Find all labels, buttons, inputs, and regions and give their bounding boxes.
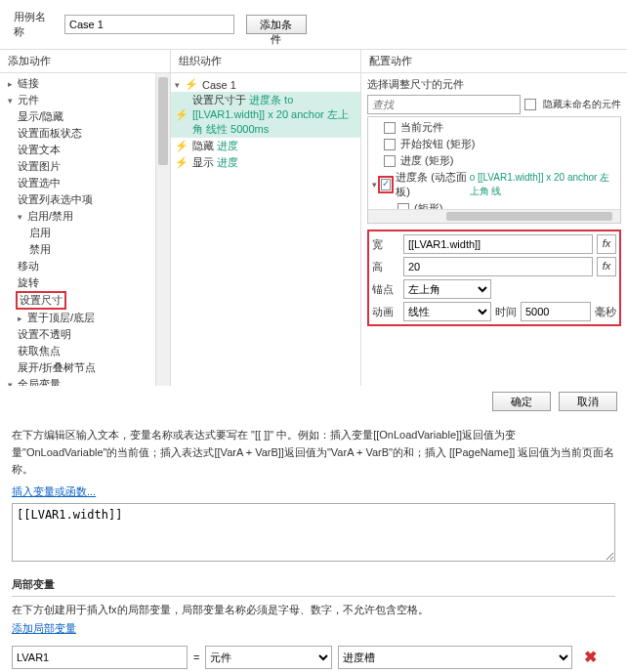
tree-enable-disable[interactable]: 启用/禁用 <box>27 209 73 224</box>
elem-checkbox[interactable] <box>384 122 396 134</box>
elem-progress[interactable]: 进度 (矩形) <box>400 153 453 168</box>
insert-var-fn-link[interactable]: 插入变量或函数... <box>12 485 96 497</box>
tree-move[interactable]: 移动 <box>18 259 39 273</box>
tree-disable[interactable]: 禁用 <box>29 242 51 257</box>
tree-scrollbar[interactable] <box>155 73 170 386</box>
expr-desc: 在下方编辑区输入文本，变量名称或表达式要写在 "[[ ]]" 中。例如：插入变量… <box>12 427 615 479</box>
tree-enable[interactable]: 启用 <box>29 226 51 240</box>
elem-checkbox[interactable] <box>384 155 396 167</box>
action-hide[interactable]: ⚡ 隐藏 进度 <box>175 138 356 154</box>
add-local-var-link[interactable]: 添加局部变量 <box>12 622 76 634</box>
widget-list[interactable]: 当前元件 开始按钮 (矩形) 进度 (矩形) 进度条 (动态面板) o [[LV… <box>367 116 621 224</box>
action-org-panel: ⚡Case 1 ⚡ 设置尺寸于 进度条 to [[LVAR1.width]] x… <box>171 73 360 386</box>
expression-input[interactable]: [[LVAR1.width]] <box>12 503 615 562</box>
cancel-button[interactable]: 取消 <box>559 392 617 411</box>
local-vars-header: 局部变量 <box>12 573 615 597</box>
tree-set-size[interactable]: 设置尺寸 <box>16 291 66 310</box>
elem-start[interactable]: 开始按钮 (矩形) <box>400 137 475 151</box>
anchor-select[interactable]: 左上角 <box>403 279 491 299</box>
tree-front-back[interactable]: 置于顶层/底层 <box>27 311 95 325</box>
tree-set-list-sel[interactable]: 设置列表选中项 <box>18 192 93 207</box>
var-name-input[interactable] <box>12 646 188 669</box>
tree-expand[interactable]: 展开/折叠树节点 <box>18 360 96 375</box>
case-label[interactable]: Case 1 <box>202 79 236 91</box>
time-input[interactable] <box>521 302 591 321</box>
fx-button[interactable]: fx <box>597 234 616 254</box>
action-show[interactable]: ⚡ 显示 进度 <box>175 154 356 171</box>
bolt-icon: ⚡ <box>175 156 188 169</box>
fx-button[interactable]: fx <box>597 257 616 276</box>
elem-current[interactable]: 当前元件 <box>400 120 443 135</box>
add-condition-button[interactable]: 添加条件 <box>246 15 307 34</box>
hscrollbar-thumb[interactable] <box>446 212 612 221</box>
elem-checkbox-checked[interactable] <box>381 179 391 190</box>
action-set-size[interactable]: ⚡ 设置尺寸于 进度条 to [[LVAR1.width]] x 20 anch… <box>171 92 360 138</box>
search-input[interactable] <box>367 95 521 114</box>
tree-set-selected[interactable]: 设置选中 <box>18 176 61 190</box>
height-input[interactable] <box>403 257 593 276</box>
var-source-widget-select[interactable]: 进度槽 <box>338 646 572 669</box>
hide-unnamed-label: 隐藏未命名的元件 <box>543 98 621 111</box>
bolt-icon: ⚡ <box>175 140 188 152</box>
tree-panel-state[interactable]: 设置面板状态 <box>18 126 82 141</box>
case-name-label: 用例名称 <box>8 6 59 43</box>
height-label: 高 <box>372 260 399 274</box>
tree-global-vars[interactable]: 全局变量 <box>18 377 61 386</box>
org-actions-header: 组织动作 <box>171 50 360 73</box>
tree-scrollbar-thumb[interactable] <box>158 77 168 165</box>
anim-label: 动画 <box>372 305 399 319</box>
size-config-panel: 宽 fx 高 fx 锚点 左上角 动画 线性 时间 <box>367 230 621 326</box>
tree-rotate[interactable]: 旋转 <box>18 275 39 290</box>
tree-set-image[interactable]: 设置图片 <box>18 159 61 174</box>
time-label: 时间 <box>495 305 517 319</box>
equals-label: = <box>193 651 199 663</box>
delete-var-button[interactable]: ✖ <box>578 648 603 666</box>
local-var-row: = 元件 进度槽 ✖ <box>12 646 615 669</box>
hscrollbar[interactable] <box>368 209 620 223</box>
actions-tree[interactable]: 链接 元件 显示/隐藏 设置面板状态 设置文本 设置图片 设置选中 设置列表选中… <box>0 73 170 386</box>
ok-button[interactable]: 确定 <box>492 392 551 411</box>
tree-widgets[interactable]: 元件 <box>18 93 39 107</box>
bolt-icon: ⚡ <box>175 108 188 121</box>
tree-links[interactable]: 链接 <box>18 76 39 91</box>
time-unit: 毫秒 <box>595 305 616 319</box>
tree-show-hide[interactable]: 显示/隐藏 <box>18 109 63 124</box>
tree-opacity[interactable]: 设置不透明 <box>18 327 71 342</box>
local-vars-desc: 在下方创建用于插入fx的局部变量，局部变量名称必须是字母、数字，不允许包含空格。 <box>12 603 615 617</box>
elem-progress-panel[interactable]: 进度条 (动态面板) o [[LVAR1.width]] x 20 anchor… <box>370 169 618 200</box>
width-input[interactable] <box>403 234 593 254</box>
anchor-label: 锚点 <box>372 282 399 297</box>
choose-widget-label: 选择调整尺寸的元件 <box>367 77 621 92</box>
anim-select[interactable]: 线性 <box>403 302 491 321</box>
expand-icon[interactable] <box>372 180 379 189</box>
width-label: 宽 <box>372 237 399 252</box>
elem-checkbox[interactable] <box>384 139 396 150</box>
tree-set-text[interactable]: 设置文本 <box>18 143 61 157</box>
hide-unnamed-checkbox[interactable] <box>524 99 536 110</box>
tree-focus[interactable]: 获取焦点 <box>18 344 61 358</box>
config-actions-header: 配置动作 <box>361 50 627 73</box>
var-source-type-select[interactable]: 元件 <box>205 646 332 669</box>
case-name-input[interactable] <box>64 15 234 34</box>
bolt-icon: ⚡ <box>185 78 198 91</box>
add-actions-header: 添加动作 <box>0 50 170 73</box>
